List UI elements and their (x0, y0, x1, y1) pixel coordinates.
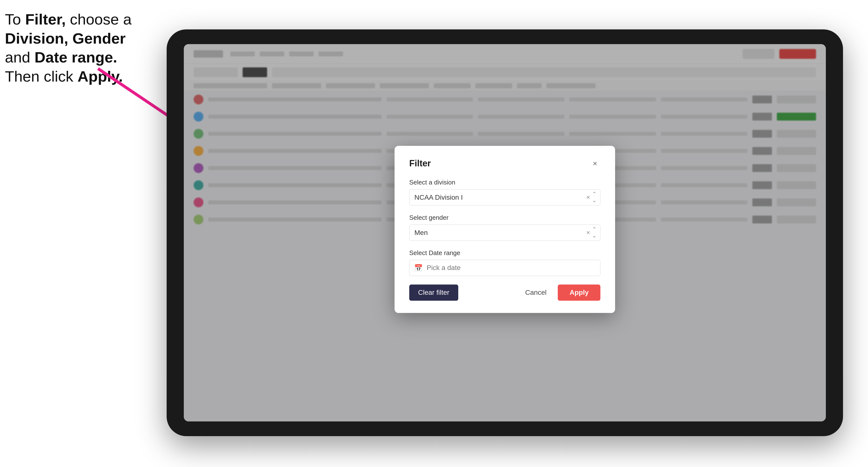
instruction-line4: Then click Apply. (5, 68, 123, 85)
gender-clear-icon[interactable]: × (586, 229, 590, 237)
gender-group: Select gender Men Women × ⌃⌄ (409, 214, 600, 241)
gender-label: Select gender (409, 214, 600, 221)
date-group: Select Date range 📅 (409, 249, 600, 276)
instruction-text: To Filter, choose a Division, Gender and… (5, 10, 147, 86)
division-clear-icon[interactable]: × (586, 193, 590, 201)
division-select-wrapper: NCAA Division I NCAA Division II NCAA Di… (409, 189, 600, 205)
instruction-line1: To Filter, choose a (5, 11, 132, 28)
division-group: Select a division NCAA Division I NCAA D… (409, 179, 600, 205)
apply-button[interactable]: Apply (558, 284, 600, 301)
division-label: Select a division (409, 179, 600, 186)
calendar-icon: 📅 (414, 264, 423, 272)
date-input[interactable] (409, 260, 600, 276)
instruction-line3: and Date range. (5, 49, 117, 66)
gender-select-wrapper: Men Women × ⌃⌄ (409, 224, 600, 241)
filter-modal: Filter × Select a division NCAA Division… (395, 146, 615, 313)
clear-filter-button[interactable]: Clear filter (409, 284, 458, 301)
tablet-screen: Filter × Select a division NCAA Division… (184, 44, 826, 422)
division-select[interactable]: NCAA Division I NCAA Division II NCAA Di… (409, 189, 600, 205)
date-input-wrapper: 📅 (409, 260, 600, 276)
modal-title: Filter (409, 158, 431, 168)
footer-right: Cancel Apply (516, 284, 600, 301)
tablet-frame: Filter × Select a division NCAA Division… (167, 29, 843, 436)
date-label: Select Date range (409, 249, 600, 257)
gender-select[interactable]: Men Women (409, 224, 600, 241)
modal-close-button[interactable]: × (590, 158, 600, 169)
cancel-button[interactable]: Cancel (516, 284, 555, 301)
instruction-bold: Division, Gender (5, 30, 126, 47)
modal-header: Filter × (409, 158, 600, 169)
modal-footer: Clear filter Cancel Apply (409, 284, 600, 301)
